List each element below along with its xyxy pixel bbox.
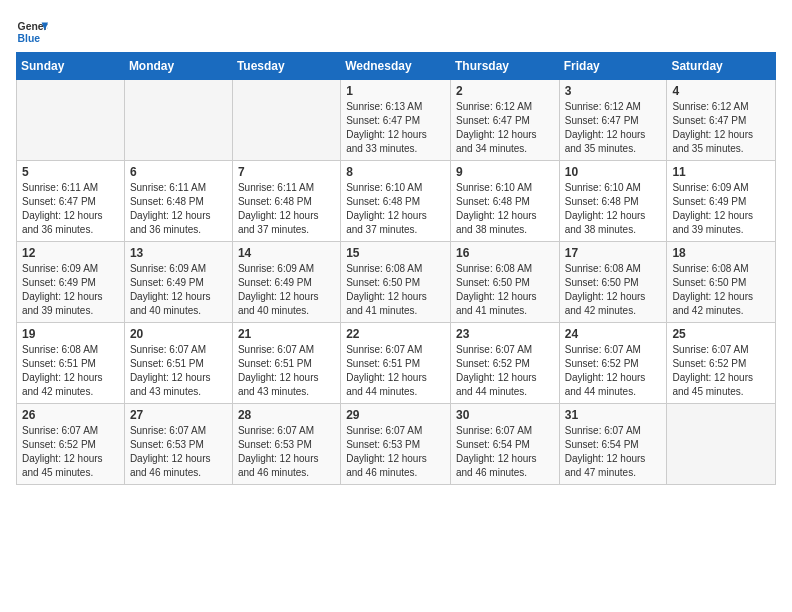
day-number: 22 xyxy=(346,327,445,341)
day-info: Sunrise: 6:07 AM Sunset: 6:53 PM Dayligh… xyxy=(130,424,227,480)
day-number: 4 xyxy=(672,84,770,98)
day-number: 2 xyxy=(456,84,554,98)
calendar-weekday-wednesday: Wednesday xyxy=(341,53,451,80)
day-number: 24 xyxy=(565,327,662,341)
calendar-week-row: 19Sunrise: 6:08 AM Sunset: 6:51 PM Dayli… xyxy=(17,323,776,404)
calendar-weekday-monday: Monday xyxy=(124,53,232,80)
day-info: Sunrise: 6:09 AM Sunset: 6:49 PM Dayligh… xyxy=(238,262,335,318)
day-info: Sunrise: 6:07 AM Sunset: 6:52 PM Dayligh… xyxy=(565,343,662,399)
day-number: 27 xyxy=(130,408,227,422)
day-number: 26 xyxy=(22,408,119,422)
calendar-header-row: SundayMondayTuesdayWednesdayThursdayFrid… xyxy=(17,53,776,80)
calendar-day-cell: 26Sunrise: 6:07 AM Sunset: 6:52 PM Dayli… xyxy=(17,404,125,485)
day-number: 12 xyxy=(22,246,119,260)
calendar-day-cell: 24Sunrise: 6:07 AM Sunset: 6:52 PM Dayli… xyxy=(559,323,667,404)
calendar-day-cell: 13Sunrise: 6:09 AM Sunset: 6:49 PM Dayli… xyxy=(124,242,232,323)
day-info: Sunrise: 6:10 AM Sunset: 6:48 PM Dayligh… xyxy=(565,181,662,237)
day-info: Sunrise: 6:11 AM Sunset: 6:48 PM Dayligh… xyxy=(238,181,335,237)
day-number: 29 xyxy=(346,408,445,422)
calendar-day-cell: 4Sunrise: 6:12 AM Sunset: 6:47 PM Daylig… xyxy=(667,80,776,161)
calendar-day-cell: 2Sunrise: 6:12 AM Sunset: 6:47 PM Daylig… xyxy=(450,80,559,161)
day-info: Sunrise: 6:07 AM Sunset: 6:54 PM Dayligh… xyxy=(565,424,662,480)
day-number: 30 xyxy=(456,408,554,422)
calendar-day-cell: 7Sunrise: 6:11 AM Sunset: 6:48 PM Daylig… xyxy=(232,161,340,242)
page-header: General Blue xyxy=(16,16,776,48)
logo-icon: General Blue xyxy=(16,16,48,48)
calendar-week-row: 5Sunrise: 6:11 AM Sunset: 6:47 PM Daylig… xyxy=(17,161,776,242)
day-info: Sunrise: 6:10 AM Sunset: 6:48 PM Dayligh… xyxy=(346,181,445,237)
day-info: Sunrise: 6:08 AM Sunset: 6:50 PM Dayligh… xyxy=(456,262,554,318)
calendar-week-row: 1Sunrise: 6:13 AM Sunset: 6:47 PM Daylig… xyxy=(17,80,776,161)
day-number: 13 xyxy=(130,246,227,260)
calendar-day-cell: 5Sunrise: 6:11 AM Sunset: 6:47 PM Daylig… xyxy=(17,161,125,242)
day-info: Sunrise: 6:07 AM Sunset: 6:52 PM Dayligh… xyxy=(672,343,770,399)
calendar-day-cell: 3Sunrise: 6:12 AM Sunset: 6:47 PM Daylig… xyxy=(559,80,667,161)
calendar-day-cell: 23Sunrise: 6:07 AM Sunset: 6:52 PM Dayli… xyxy=(450,323,559,404)
day-number: 28 xyxy=(238,408,335,422)
day-number: 6 xyxy=(130,165,227,179)
calendar-weekday-sunday: Sunday xyxy=(17,53,125,80)
calendar-day-cell xyxy=(17,80,125,161)
day-number: 23 xyxy=(456,327,554,341)
calendar-day-cell: 30Sunrise: 6:07 AM Sunset: 6:54 PM Dayli… xyxy=(450,404,559,485)
calendar-day-cell xyxy=(667,404,776,485)
calendar-table: SundayMondayTuesdayWednesdayThursdayFrid… xyxy=(16,52,776,485)
day-number: 31 xyxy=(565,408,662,422)
day-info: Sunrise: 6:09 AM Sunset: 6:49 PM Dayligh… xyxy=(130,262,227,318)
svg-text:Blue: Blue xyxy=(18,33,41,44)
day-info: Sunrise: 6:08 AM Sunset: 6:50 PM Dayligh… xyxy=(346,262,445,318)
calendar-day-cell: 12Sunrise: 6:09 AM Sunset: 6:49 PM Dayli… xyxy=(17,242,125,323)
day-info: Sunrise: 6:12 AM Sunset: 6:47 PM Dayligh… xyxy=(672,100,770,156)
day-info: Sunrise: 6:07 AM Sunset: 6:51 PM Dayligh… xyxy=(346,343,445,399)
calendar-day-cell: 16Sunrise: 6:08 AM Sunset: 6:50 PM Dayli… xyxy=(450,242,559,323)
calendar-week-row: 26Sunrise: 6:07 AM Sunset: 6:52 PM Dayli… xyxy=(17,404,776,485)
calendar-day-cell xyxy=(124,80,232,161)
day-number: 21 xyxy=(238,327,335,341)
calendar-day-cell: 9Sunrise: 6:10 AM Sunset: 6:48 PM Daylig… xyxy=(450,161,559,242)
day-info: Sunrise: 6:07 AM Sunset: 6:52 PM Dayligh… xyxy=(22,424,119,480)
calendar-day-cell: 15Sunrise: 6:08 AM Sunset: 6:50 PM Dayli… xyxy=(341,242,451,323)
calendar-day-cell: 10Sunrise: 6:10 AM Sunset: 6:48 PM Dayli… xyxy=(559,161,667,242)
day-number: 15 xyxy=(346,246,445,260)
calendar-day-cell xyxy=(232,80,340,161)
day-number: 20 xyxy=(130,327,227,341)
calendar-day-cell: 11Sunrise: 6:09 AM Sunset: 6:49 PM Dayli… xyxy=(667,161,776,242)
calendar-day-cell: 25Sunrise: 6:07 AM Sunset: 6:52 PM Dayli… xyxy=(667,323,776,404)
calendar-day-cell: 28Sunrise: 6:07 AM Sunset: 6:53 PM Dayli… xyxy=(232,404,340,485)
calendar-day-cell: 6Sunrise: 6:11 AM Sunset: 6:48 PM Daylig… xyxy=(124,161,232,242)
day-number: 16 xyxy=(456,246,554,260)
calendar-day-cell: 27Sunrise: 6:07 AM Sunset: 6:53 PM Dayli… xyxy=(124,404,232,485)
calendar-weekday-friday: Friday xyxy=(559,53,667,80)
day-info: Sunrise: 6:08 AM Sunset: 6:50 PM Dayligh… xyxy=(565,262,662,318)
day-number: 18 xyxy=(672,246,770,260)
day-info: Sunrise: 6:07 AM Sunset: 6:51 PM Dayligh… xyxy=(238,343,335,399)
calendar-day-cell: 17Sunrise: 6:08 AM Sunset: 6:50 PM Dayli… xyxy=(559,242,667,323)
day-info: Sunrise: 6:09 AM Sunset: 6:49 PM Dayligh… xyxy=(22,262,119,318)
day-info: Sunrise: 6:09 AM Sunset: 6:49 PM Dayligh… xyxy=(672,181,770,237)
day-info: Sunrise: 6:07 AM Sunset: 6:54 PM Dayligh… xyxy=(456,424,554,480)
calendar-day-cell: 1Sunrise: 6:13 AM Sunset: 6:47 PM Daylig… xyxy=(341,80,451,161)
calendar-day-cell: 18Sunrise: 6:08 AM Sunset: 6:50 PM Dayli… xyxy=(667,242,776,323)
day-number: 25 xyxy=(672,327,770,341)
day-number: 10 xyxy=(565,165,662,179)
day-number: 1 xyxy=(346,84,445,98)
calendar-weekday-thursday: Thursday xyxy=(450,53,559,80)
calendar-day-cell: 14Sunrise: 6:09 AM Sunset: 6:49 PM Dayli… xyxy=(232,242,340,323)
calendar-weekday-saturday: Saturday xyxy=(667,53,776,80)
calendar-day-cell: 21Sunrise: 6:07 AM Sunset: 6:51 PM Dayli… xyxy=(232,323,340,404)
day-number: 14 xyxy=(238,246,335,260)
day-info: Sunrise: 6:13 AM Sunset: 6:47 PM Dayligh… xyxy=(346,100,445,156)
calendar-day-cell: 20Sunrise: 6:07 AM Sunset: 6:51 PM Dayli… xyxy=(124,323,232,404)
day-number: 19 xyxy=(22,327,119,341)
day-number: 5 xyxy=(22,165,119,179)
day-info: Sunrise: 6:08 AM Sunset: 6:50 PM Dayligh… xyxy=(672,262,770,318)
day-info: Sunrise: 6:11 AM Sunset: 6:47 PM Dayligh… xyxy=(22,181,119,237)
day-info: Sunrise: 6:07 AM Sunset: 6:51 PM Dayligh… xyxy=(130,343,227,399)
day-info: Sunrise: 6:11 AM Sunset: 6:48 PM Dayligh… xyxy=(130,181,227,237)
day-info: Sunrise: 6:07 AM Sunset: 6:53 PM Dayligh… xyxy=(346,424,445,480)
calendar-day-cell: 29Sunrise: 6:07 AM Sunset: 6:53 PM Dayli… xyxy=(341,404,451,485)
day-number: 3 xyxy=(565,84,662,98)
calendar-week-row: 12Sunrise: 6:09 AM Sunset: 6:49 PM Dayli… xyxy=(17,242,776,323)
logo: General Blue xyxy=(16,16,48,48)
day-info: Sunrise: 6:12 AM Sunset: 6:47 PM Dayligh… xyxy=(456,100,554,156)
